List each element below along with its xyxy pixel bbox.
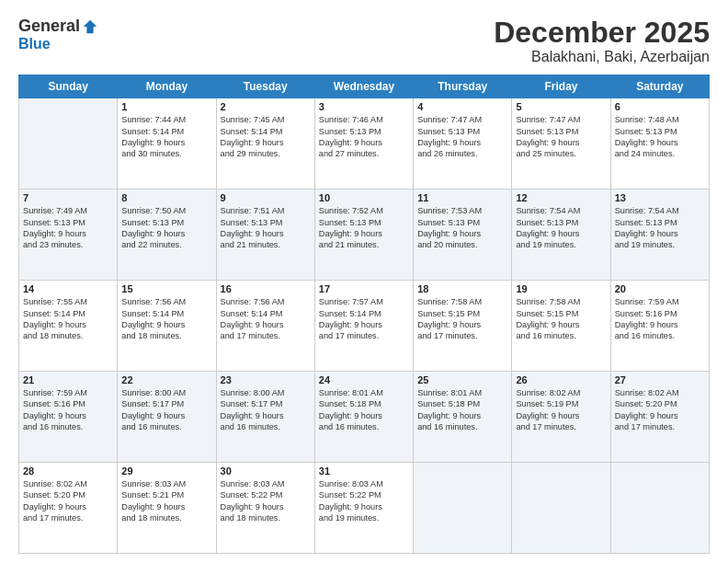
calendar-week-row: 28Sunrise: 8:02 AM Sunset: 5:20 PM Dayli… xyxy=(19,463,710,554)
day-info: Sunrise: 7:53 AM Sunset: 5:13 PM Dayligh… xyxy=(417,205,507,251)
calendar-cell: 7Sunrise: 7:49 AM Sunset: 5:13 PM Daylig… xyxy=(19,190,118,281)
calendar-cell: 29Sunrise: 8:03 AM Sunset: 5:21 PM Dayli… xyxy=(118,463,216,554)
calendar-cell xyxy=(610,463,709,554)
calendar-header-wednesday: Wednesday xyxy=(314,75,413,98)
calendar-cell: 8Sunrise: 7:50 AM Sunset: 5:13 PM Daylig… xyxy=(118,190,216,281)
day-number: 25 xyxy=(417,374,507,385)
day-info: Sunrise: 8:00 AM Sunset: 5:17 PM Dayligh… xyxy=(221,387,311,433)
calendar-header-friday: Friday xyxy=(512,75,610,98)
day-info: Sunrise: 7:47 AM Sunset: 5:13 PM Dayligh… xyxy=(516,114,606,160)
day-info: Sunrise: 8:02 AM Sunset: 5:19 PM Dayligh… xyxy=(516,387,606,433)
calendar-cell: 3Sunrise: 7:46 AM Sunset: 5:13 PM Daylig… xyxy=(314,98,413,190)
day-number: 27 xyxy=(615,374,705,385)
day-number: 2 xyxy=(221,101,311,112)
day-number: 18 xyxy=(417,283,507,294)
day-number: 19 xyxy=(516,283,606,294)
calendar-cell: 14Sunrise: 7:55 AM Sunset: 5:14 PM Dayli… xyxy=(19,281,118,372)
calendar-cell xyxy=(512,463,610,554)
calendar-cell: 13Sunrise: 7:54 AM Sunset: 5:13 PM Dayli… xyxy=(610,190,709,281)
day-info: Sunrise: 7:59 AM Sunset: 5:16 PM Dayligh… xyxy=(23,387,113,433)
calendar-cell: 24Sunrise: 8:01 AM Sunset: 5:18 PM Dayli… xyxy=(314,372,413,463)
month-title: December 2025 xyxy=(494,17,710,49)
calendar-cell: 17Sunrise: 7:57 AM Sunset: 5:14 PM Dayli… xyxy=(314,281,413,372)
calendar-cell: 23Sunrise: 8:00 AM Sunset: 5:17 PM Dayli… xyxy=(216,372,314,463)
day-number: 10 xyxy=(319,192,409,203)
day-number: 28 xyxy=(23,465,113,477)
day-number: 3 xyxy=(319,101,409,112)
day-info: Sunrise: 7:44 AM Sunset: 5:14 PM Dayligh… xyxy=(121,114,211,160)
day-number: 13 xyxy=(615,192,705,203)
day-number: 30 xyxy=(221,465,311,477)
calendar-cell: 28Sunrise: 8:02 AM Sunset: 5:20 PM Dayli… xyxy=(19,463,118,554)
day-info: Sunrise: 7:51 AM Sunset: 5:13 PM Dayligh… xyxy=(221,205,311,251)
day-info: Sunrise: 7:47 AM Sunset: 5:13 PM Dayligh… xyxy=(417,114,507,160)
day-info: Sunrise: 7:58 AM Sunset: 5:15 PM Dayligh… xyxy=(417,296,507,342)
day-info: Sunrise: 8:03 AM Sunset: 5:22 PM Dayligh… xyxy=(221,478,311,524)
header: General Blue December 2025 Balakhani, Ba… xyxy=(18,17,710,65)
day-info: Sunrise: 8:03 AM Sunset: 5:22 PM Dayligh… xyxy=(319,478,409,524)
day-number: 16 xyxy=(221,283,311,294)
calendar-cell: 6Sunrise: 7:48 AM Sunset: 5:13 PM Daylig… xyxy=(610,98,709,190)
day-number: 24 xyxy=(319,374,409,385)
day-info: Sunrise: 7:50 AM Sunset: 5:13 PM Dayligh… xyxy=(121,205,211,251)
day-info: Sunrise: 7:56 AM Sunset: 5:14 PM Dayligh… xyxy=(221,296,311,342)
calendar-cell: 20Sunrise: 7:59 AM Sunset: 5:16 PM Dayli… xyxy=(610,281,709,372)
calendar-cell: 25Sunrise: 8:01 AM Sunset: 5:18 PM Dayli… xyxy=(414,372,512,463)
day-info: Sunrise: 8:01 AM Sunset: 5:18 PM Dayligh… xyxy=(417,387,507,433)
calendar-cell: 5Sunrise: 7:47 AM Sunset: 5:13 PM Daylig… xyxy=(512,98,610,190)
day-number: 29 xyxy=(121,465,211,477)
calendar-cell: 27Sunrise: 8:02 AM Sunset: 5:20 PM Dayli… xyxy=(610,372,709,463)
calendar-cell: 11Sunrise: 7:53 AM Sunset: 5:13 PM Dayli… xyxy=(414,190,512,281)
day-number: 11 xyxy=(417,192,507,203)
day-info: Sunrise: 8:02 AM Sunset: 5:20 PM Dayligh… xyxy=(23,478,113,524)
day-number: 17 xyxy=(319,283,409,294)
day-number: 5 xyxy=(516,101,606,112)
calendar-cell: 4Sunrise: 7:47 AM Sunset: 5:13 PM Daylig… xyxy=(414,98,512,190)
calendar-cell: 30Sunrise: 8:03 AM Sunset: 5:22 PM Dayli… xyxy=(216,463,314,554)
day-info: Sunrise: 7:54 AM Sunset: 5:13 PM Dayligh… xyxy=(516,205,606,251)
logo-general-text: General xyxy=(18,17,80,36)
calendar-header-tuesday: Tuesday xyxy=(216,75,314,98)
day-info: Sunrise: 7:46 AM Sunset: 5:13 PM Dayligh… xyxy=(319,114,409,160)
calendar-cell: 26Sunrise: 8:02 AM Sunset: 5:19 PM Dayli… xyxy=(512,372,610,463)
calendar-cell: 12Sunrise: 7:54 AM Sunset: 5:13 PM Dayli… xyxy=(512,190,610,281)
day-number: 15 xyxy=(121,283,211,294)
logo-blue-text: Blue xyxy=(18,36,51,52)
day-info: Sunrise: 7:57 AM Sunset: 5:14 PM Dayligh… xyxy=(319,296,409,342)
day-info: Sunrise: 7:48 AM Sunset: 5:13 PM Dayligh… xyxy=(615,114,705,160)
day-info: Sunrise: 7:58 AM Sunset: 5:15 PM Dayligh… xyxy=(516,296,606,342)
day-number: 14 xyxy=(23,283,113,294)
day-info: Sunrise: 7:49 AM Sunset: 5:13 PM Dayligh… xyxy=(23,205,113,251)
calendar-cell: 10Sunrise: 7:52 AM Sunset: 5:13 PM Dayli… xyxy=(314,190,413,281)
day-info: Sunrise: 8:03 AM Sunset: 5:21 PM Dayligh… xyxy=(121,478,211,524)
day-number: 31 xyxy=(319,465,409,477)
day-number: 4 xyxy=(417,101,507,112)
day-number: 20 xyxy=(615,283,705,294)
day-info: Sunrise: 8:02 AM Sunset: 5:20 PM Dayligh… xyxy=(615,387,705,433)
calendar-cell: 1Sunrise: 7:44 AM Sunset: 5:14 PM Daylig… xyxy=(118,98,216,190)
calendar-week-row: 21Sunrise: 7:59 AM Sunset: 5:16 PM Dayli… xyxy=(19,372,710,463)
day-info: Sunrise: 7:54 AM Sunset: 5:13 PM Dayligh… xyxy=(615,205,705,251)
calendar-cell: 31Sunrise: 8:03 AM Sunset: 5:22 PM Dayli… xyxy=(314,463,413,554)
day-info: Sunrise: 8:01 AM Sunset: 5:18 PM Dayligh… xyxy=(319,387,409,433)
logo: General Blue xyxy=(18,17,98,52)
calendar-header-saturday: Saturday xyxy=(610,75,709,98)
day-info: Sunrise: 8:00 AM Sunset: 5:17 PM Dayligh… xyxy=(121,387,211,433)
calendar-header-sunday: Sunday xyxy=(19,75,118,98)
day-number: 21 xyxy=(23,374,113,385)
day-number: 8 xyxy=(121,192,211,203)
day-info: Sunrise: 7:56 AM Sunset: 5:14 PM Dayligh… xyxy=(121,296,211,342)
svg-marker-0 xyxy=(84,19,97,32)
day-number: 6 xyxy=(615,101,705,112)
calendar-cell: 22Sunrise: 8:00 AM Sunset: 5:17 PM Dayli… xyxy=(118,372,216,463)
day-info: Sunrise: 7:45 AM Sunset: 5:14 PM Dayligh… xyxy=(221,114,311,160)
calendar-cell: 9Sunrise: 7:51 AM Sunset: 5:13 PM Daylig… xyxy=(216,190,314,281)
calendar-cell xyxy=(19,98,118,190)
calendar-week-row: 7Sunrise: 7:49 AM Sunset: 5:13 PM Daylig… xyxy=(19,190,710,281)
day-number: 9 xyxy=(221,192,311,203)
calendar-cell: 18Sunrise: 7:58 AM Sunset: 5:15 PM Dayli… xyxy=(414,281,512,372)
calendar-week-row: 14Sunrise: 7:55 AM Sunset: 5:14 PM Dayli… xyxy=(19,281,710,372)
day-info: Sunrise: 7:52 AM Sunset: 5:13 PM Dayligh… xyxy=(319,205,409,251)
day-info: Sunrise: 7:55 AM Sunset: 5:14 PM Dayligh… xyxy=(23,296,113,342)
day-number: 26 xyxy=(516,374,606,385)
